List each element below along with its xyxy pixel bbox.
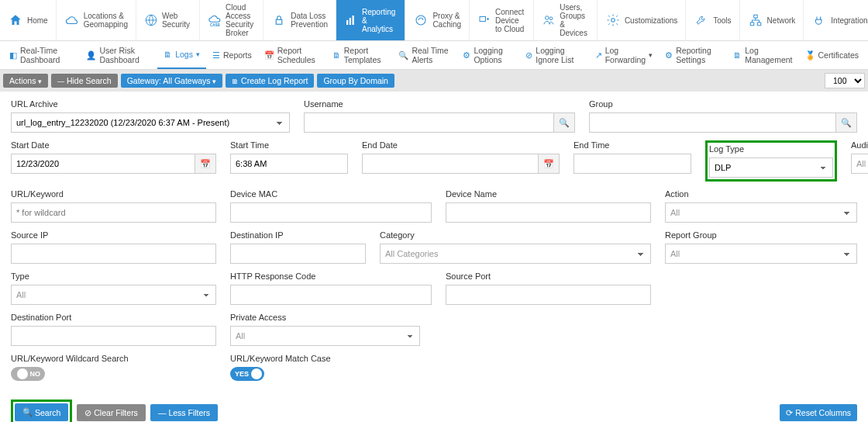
alert-icon: 🔍 [398,50,408,61]
subnav-report-templates[interactable]: 🗎Report Templates [326,41,393,69]
svg-rect-2 [276,19,282,24]
source-ip-label: Source IP [11,230,216,240]
reset-columns-button[interactable]: ⟳ Reset Columns [780,404,857,421]
home-icon [8,12,23,28]
nav-users[interactable]: Users, Groups & Devices [534,0,598,40]
nav-web-security[interactable]: Web Security [136,0,200,40]
nav-integrations[interactable]: Integrations [804,0,868,40]
nav-reporting[interactable]: Reporting & Analytics [336,0,405,40]
less-filters-button[interactable]: —Less Filters [150,404,218,421]
wildcard-toggle[interactable]: NO [11,367,45,381]
subnav-logging-ignore[interactable]: ⊘Logging Ignore List [519,41,588,69]
private-access-select[interactable]: All [230,326,420,346]
clear-filters-button[interactable]: ⊘Clear Filters [77,404,146,421]
log-type-select[interactable]: DLP [709,157,833,178]
category-select[interactable]: All Categories [380,244,651,264]
svg-rect-5 [353,16,354,25]
nav-casb[interactable]: CASB Cloud Access Security Broker [200,0,264,40]
nav-label: Proxy & Caching [432,12,461,29]
nav-label: Locations & Geomapping [84,12,128,29]
start-time-label: Start Time [230,140,348,150]
nav-locations[interactable]: Locations & Geomapping [57,0,136,40]
group-by-button[interactable]: Group By Domain [317,74,394,88]
gateway-button[interactable]: Gateway: All Gateways [121,74,222,88]
lock-icon [271,12,287,28]
nav-home[interactable]: Home [0,0,57,40]
hide-search-button[interactable]: — Hide Search [51,74,118,88]
http-code-input[interactable] [230,285,432,305]
doc-icon: 🗎 [733,50,742,60]
nav-connect-device[interactable]: Connect Device to Cloud [470,0,534,40]
actions-button[interactable]: Actions [3,74,48,88]
subnav-logging-options[interactable]: ⚙Logging Options [456,41,519,69]
btn-label: Create Log Report [241,76,308,85]
svg-point-8 [546,16,549,20]
dest-ip-input[interactable] [230,244,366,264]
type-select[interactable]: All [11,285,216,305]
match-case-toggle[interactable]: YES [230,367,264,381]
subnav-label: Reports [223,50,252,60]
action-select[interactable]: All [665,202,857,223]
dest-port-label: Destination Port [11,313,216,322]
nav-network[interactable]: Network [740,0,804,40]
dest-port-input[interactable] [11,326,216,346]
private-access-label: Private Access [230,313,420,322]
create-log-button[interactable]: 🗎 Create Log Report [226,74,314,88]
svg-point-10 [611,19,615,22]
url-keyword-input[interactable] [11,202,216,223]
subnav-log-forwarding[interactable]: ↗Log Forwarding [589,41,660,69]
search-icon[interactable]: 🔍 [553,112,575,133]
nav-label: Reporting & Analytics [362,8,397,33]
subnav-certificates[interactable]: 🏅Certificates [799,41,866,69]
search-icon[interactable]: 🔍 [835,112,857,133]
url-archive-select[interactable]: url_log_entry_12232020 (12/23/2020 6:37 … [11,112,290,133]
globe-icon [144,12,158,28]
top-nav: Home Locations & Geomapping Web Security… [0,0,868,41]
svg-rect-12 [750,22,754,26]
users-icon [542,12,556,28]
subnav-reports[interactable]: ☰Reports [206,41,258,69]
analytics-icon [344,12,358,28]
svg-point-6 [416,16,425,25]
report-group-label: Report Group [665,230,857,240]
device-name-input[interactable] [446,202,651,223]
calendar-icon: 📅 [264,50,274,61]
svg-rect-13 [757,22,761,26]
subnav-report-schedules[interactable]: 📅Report Schedules [258,41,326,69]
nav-dlp[interactable]: Data Loss Prevention [264,0,336,40]
nav-customizations[interactable]: Customizations [598,0,686,40]
source-ip-input[interactable] [11,244,216,264]
subnav-logs[interactable]: 🗎Logs [157,41,206,69]
start-date-label: Start Date [11,140,216,150]
wildcard-search-label: URL/Keyword Wildcard Search [11,354,216,363]
btn-label: Reset Columns [795,408,851,417]
subnav-realtime-alerts[interactable]: 🔍Real Time Alerts [392,41,456,69]
cloud-pin-icon [64,12,80,28]
search-button[interactable]: 🔍Search [15,403,68,421]
group-input[interactable] [589,112,835,133]
nav-proxy[interactable]: Proxy & Caching [405,0,470,40]
username-input[interactable] [304,112,553,133]
end-date-input[interactable] [362,154,538,174]
subnav-log-management[interactable]: 🗎Log Management [727,41,798,69]
report-group-select[interactable]: All [665,244,857,264]
start-date-input[interactable] [11,154,195,174]
category-label: Category [380,230,651,240]
device-mac-input[interactable] [230,202,432,223]
log-type-label: Log Type [709,144,833,154]
clear-icon: ⊘ [84,408,91,417]
page-size-select[interactable]: 100 [825,73,865,88]
subnav-user-risk[interactable]: 👤User Risk Dashboard [80,41,157,69]
end-time-input[interactable] [574,154,691,174]
subnav-label: Certificates [818,50,859,60]
calendar-icon[interactable]: 📅 [195,154,216,174]
nav-tools[interactable]: Tools [686,0,739,40]
document-icon: 🗎 [164,50,172,59]
subnav-label: Real-Time Dashboard [20,46,74,64]
source-port-input[interactable] [446,285,651,305]
subnav-realtime-dashboard[interactable]: ◧Real-Time Dashboard [3,41,80,69]
start-time-input[interactable] [230,154,348,174]
subnav-reporting-settings[interactable]: ⚙Reporting Settings [659,41,727,69]
audit-event-select[interactable]: All [851,154,868,174]
calendar-icon[interactable]: 📅 [538,154,560,174]
